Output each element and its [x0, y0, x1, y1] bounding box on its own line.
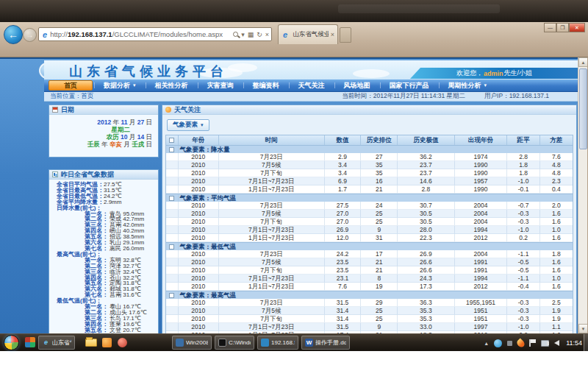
table-cell: 21 — [361, 185, 398, 194]
table-cell: 1.8 — [507, 169, 539, 177]
table-cell: 1.6 — [540, 218, 573, 226]
address-bar[interactable]: e http://192.168.137.1/GLCCLIMATE/module… — [38, 27, 272, 41]
tray-expand-icon[interactable]: ▲ — [484, 341, 489, 346]
table-cell: 2010 — [179, 266, 219, 275]
table-cell: -0.1 — [507, 185, 539, 194]
table-cell: -1.0 — [507, 323, 539, 331]
table-cell: 2010 — [179, 226, 219, 234]
refresh-icon[interactable]: ↻ — [257, 31, 262, 38]
ie-icon: e — [42, 339, 50, 347]
group-label: 气象要素：最低气温 — [179, 243, 573, 250]
menu-item-整编资料[interactable]: 整编资料 — [243, 79, 289, 91]
taskbar-button-ie[interactable]: e山东省气候业务平... — [38, 336, 75, 350]
table-cell: 1991 — [455, 258, 508, 266]
stop-icon[interactable]: × — [265, 31, 269, 38]
forward-button[interactable]: → — [23, 28, 37, 42]
table-cell: 2.9 — [325, 153, 362, 161]
table-cell: 27.0 — [325, 210, 362, 218]
table-cell: 2004 — [455, 250, 508, 258]
flame-icon[interactable] — [516, 338, 526, 348]
table-row: 20107月下旬27.02530.52004-0.31.6 — [166, 218, 573, 226]
checkbox[interactable] — [169, 147, 174, 152]
table-cell: 1990 — [455, 161, 508, 169]
explorer-folder-icon[interactable] — [85, 339, 97, 347]
table-cell: 1.8 — [540, 250, 573, 258]
table-cell: 2010 — [179, 283, 219, 291]
search-dropdown-icon[interactable]: ▾ — [241, 31, 245, 38]
messenger-icon[interactable] — [494, 339, 502, 347]
show-desktop-button[interactable] — [584, 334, 588, 352]
focus-table: 年份时间数值历史排位历史极值出现年份距平方差气象要素：降水量20107月23日2… — [165, 135, 573, 340]
pinned-orange-app-icon[interactable] — [102, 338, 112, 347]
new-tab-button[interactable] — [340, 27, 351, 43]
column-header: 数值 — [325, 135, 362, 145]
checkbox[interactable] — [169, 244, 174, 250]
volume-icon[interactable] — [554, 340, 559, 346]
action-center-flag-icon[interactable] — [529, 339, 536, 347]
pinned-app-icon[interactable] — [25, 337, 35, 347]
taskbar-button-remote[interactable]: 192.168.59.99... — [257, 336, 298, 350]
table-cell: 1990 — [455, 185, 508, 194]
table-cell: 29 — [361, 299, 398, 307]
column-header: 年份 — [179, 135, 219, 145]
table-cell: 1.6 — [540, 234, 573, 242]
taskbar-button-app[interactable]: Win2008 (VS2... — [172, 336, 212, 350]
checkbox[interactable] — [169, 196, 174, 201]
table-row: 20101月1日~7月23日7.61917.32012-0.41.6 — [166, 283, 573, 291]
tray-app-icon[interactable] — [507, 341, 512, 346]
close-button[interactable]: ✕ — [569, 23, 585, 32]
menu-item-风场地图[interactable]: 风场地图 — [334, 79, 380, 91]
taskbar-button-console[interactable]: C:\Windows\s... — [215, 336, 254, 350]
menu-item-国家下行产品[interactable]: 国家下行产品 — [380, 79, 439, 91]
taskbar-button-word[interactable]: W操作手册.docx -... — [301, 336, 350, 350]
minimize-button[interactable]: — — [544, 23, 556, 32]
group-label: 气象要素：平均气温 — [179, 194, 573, 202]
menu-item-数据分析[interactable]: 数据分析▾ — [94, 79, 146, 91]
table-cell: 7月下旬 — [219, 218, 325, 226]
table-row: 20107月1日~7月23日23.1824.31994-1.11.0 — [166, 275, 573, 283]
menu-item-灾害查询[interactable]: 灾害查询 — [198, 79, 243, 91]
table-cell: 4.8 — [540, 161, 573, 169]
tab-close-icon[interactable]: × — [331, 31, 334, 38]
search-icon[interactable] — [233, 32, 238, 37]
table-cell: 1994 — [455, 275, 508, 283]
checkbox[interactable] — [169, 138, 174, 143]
menu-item-天气关注[interactable]: 天气关注 — [289, 79, 334, 91]
table-cell: 24.2 — [325, 250, 362, 258]
table-cell: 7.6 — [540, 153, 573, 161]
clock[interactable]: 11:54 — [564, 339, 582, 347]
table-cell: 26.9 — [398, 250, 454, 258]
checkbox[interactable] — [169, 293, 174, 298]
table-row: 20101月1日~7月23日1.7212.81990-0.10.4 — [166, 185, 573, 194]
vertical-scrollbar[interactable]: ▲ ▼ — [578, 57, 587, 333]
table-cell: 7月1日~7月23日 — [219, 226, 325, 234]
back-button[interactable]: ← — [4, 25, 23, 44]
menu-item-首页[interactable]: 首页 — [49, 80, 93, 91]
table-cell: 7月5候 — [219, 210, 325, 218]
table-cell: 1951 — [455, 307, 508, 315]
table-cell: 1.6 — [540, 258, 573, 266]
chart-icon — [52, 171, 58, 177]
browser-tab[interactable]: e 山东省气候业务平... × — [278, 24, 338, 44]
pinned-media-app-icon[interactable] — [118, 338, 127, 347]
table-cell: 2004 — [455, 210, 508, 218]
table-cell: 2010 — [179, 250, 219, 258]
table-cell: 7月1日~7月23日 — [219, 275, 325, 283]
table-cell: 1957 — [455, 177, 508, 185]
table-cell: 17.3 — [398, 283, 454, 291]
menu-bar: 首页数据分析▾相关性分析灾害查询整编资料天气关注风场地图国家下行产品周期性分析▾ — [44, 79, 578, 92]
start-button[interactable] — [4, 335, 19, 350]
table-cell: 31.5 — [325, 299, 362, 307]
table-cell: 2010 — [179, 299, 219, 307]
table-cell: 27 — [361, 153, 398, 161]
table-cell: 2010 — [179, 161, 219, 169]
table-cell: 22.3 — [398, 234, 454, 242]
maximize-button[interactable]: ❐ — [556, 23, 569, 32]
table-cell: 24 — [361, 202, 398, 210]
menu-item-周期性分析[interactable]: 周期性分析▾ — [439, 79, 497, 91]
menu-item-相关性分析[interactable]: 相关性分析 — [146, 79, 198, 91]
tab-favicon: e — [283, 30, 287, 39]
compatibility-icon[interactable]: ▦ — [248, 31, 254, 38]
element-filter-button[interactable]: 气象要素▾ — [167, 119, 209, 131]
scrollbar-thumb[interactable] — [579, 68, 587, 149]
